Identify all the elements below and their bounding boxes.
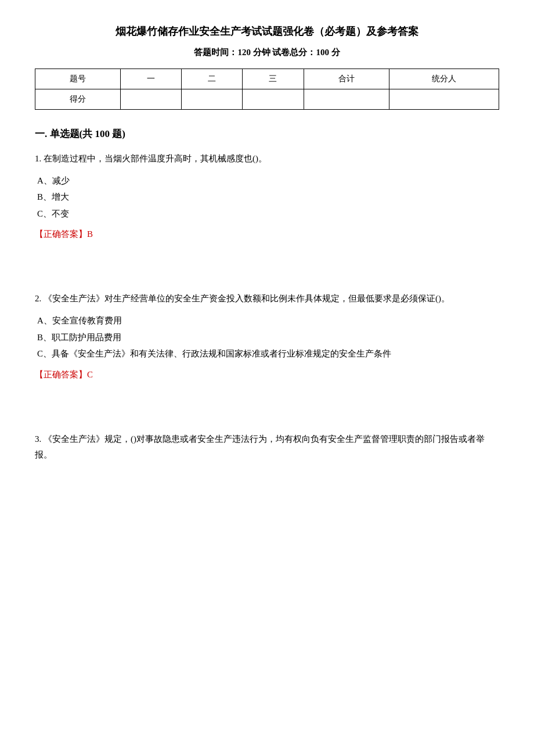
question-1: 1. 在制造过程中，当烟火部件温度升高时，其机械感度也()。 A、减少 B、增大… [35,151,499,240]
question-1-option-c: C、不变 [37,206,499,222]
question-2-option-b: B、职工防护用品费用 [37,329,499,346]
exam-info: 答题时间：120 分钟 试卷总分：100 分 [35,47,499,58]
table-header-two: 二 [182,69,243,89]
question-2-text: 2. 《安全生产法》对生产经营单位的安全生产资金投入数额和比例未作具体规定，但最… [35,291,499,307]
question-1-answer: 【正确答案】B [35,229,499,240]
question-3-text: 3. 《安全生产法》规定，()对事故隐患或者安全生产违法行为，均有权向负有安全生… [35,431,499,463]
question-1-answer-bracket: 【正确答案】 [35,229,87,239]
question-2-answer-letter: C [87,370,93,379]
question-1-answer-letter: B [87,229,93,239]
question-2-answer: 【正确答案】C [35,369,499,380]
table-row-label: 得分 [35,89,121,109]
question-1-option-b: B、增大 [37,189,499,206]
score-table: 题号 一 二 三 合计 统分人 得分 [35,69,499,110]
question-2-option-a: A、安全宣传教育费用 [37,312,499,329]
question-3: 3. 《安全生产法》规定，()对事故隐患或者安全生产违法行为，均有权向负有安全生… [35,431,499,463]
table-cell-two [182,89,243,109]
table-header-total: 合计 [304,69,389,89]
table-cell-three [243,89,304,109]
page-title: 烟花爆竹储存作业安全生产考试试题强化卷（必考题）及参考答案 [35,23,499,40]
question-2: 2. 《安全生产法》对生产经营单位的安全生产资金投入数额和比例未作具体规定，但最… [35,291,499,380]
table-header-three: 三 [243,69,304,89]
table-cell-scorer [389,89,499,109]
table-cell-total [304,89,389,109]
question-2-answer-bracket: 【正确答案】 [35,370,87,379]
question-2-option-c: C、具备《安全生产法》和有关法律、行政法规和国家标准或者行业标准规定的安全生产条… [37,345,499,362]
table-header-topic: 题号 [35,69,121,89]
table-header-scorer: 统分人 [389,69,499,89]
question-1-text: 1. 在制造过程中，当烟火部件温度升高时，其机械感度也()。 [35,151,499,167]
section-title: 一. 单选题(共 100 题) [35,127,499,141]
question-1-option-a: A、减少 [37,172,499,189]
table-cell-one [121,89,182,109]
table-header-one: 一 [121,69,182,89]
